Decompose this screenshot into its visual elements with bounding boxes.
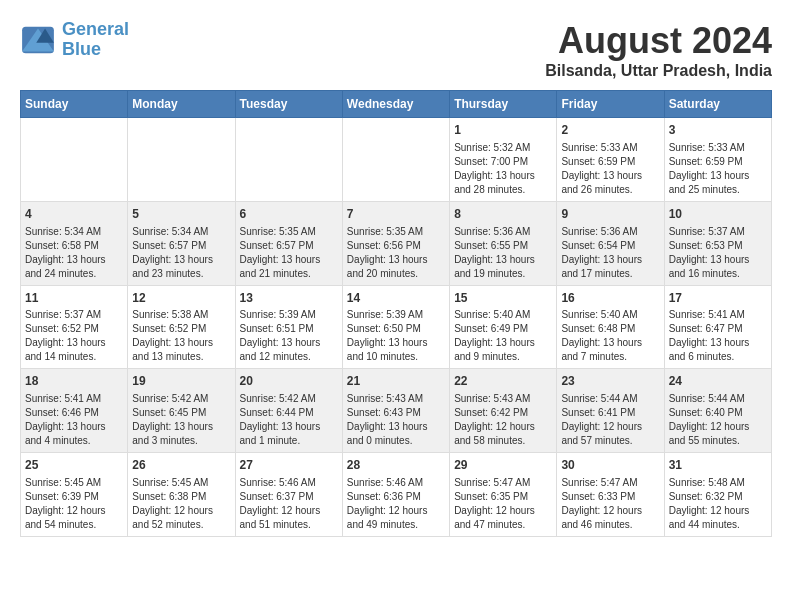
day-info: Sunrise: 5:46 AM Sunset: 6:36 PM Dayligh… bbox=[347, 476, 445, 532]
calendar-cell: 17Sunrise: 5:41 AM Sunset: 6:47 PM Dayli… bbox=[664, 285, 771, 369]
column-header-saturday: Saturday bbox=[664, 91, 771, 118]
day-number: 6 bbox=[240, 206, 338, 223]
day-number: 17 bbox=[669, 290, 767, 307]
day-number: 3 bbox=[669, 122, 767, 139]
column-header-friday: Friday bbox=[557, 91, 664, 118]
calendar-cell: 19Sunrise: 5:42 AM Sunset: 6:45 PM Dayli… bbox=[128, 369, 235, 453]
column-header-sunday: Sunday bbox=[21, 91, 128, 118]
day-info: Sunrise: 5:35 AM Sunset: 6:56 PM Dayligh… bbox=[347, 225, 445, 281]
logo-icon bbox=[20, 25, 56, 55]
calendar-table: SundayMondayTuesdayWednesdayThursdayFrid… bbox=[20, 90, 772, 537]
day-info: Sunrise: 5:42 AM Sunset: 6:45 PM Dayligh… bbox=[132, 392, 230, 448]
calendar-cell: 26Sunrise: 5:45 AM Sunset: 6:38 PM Dayli… bbox=[128, 453, 235, 537]
day-info: Sunrise: 5:46 AM Sunset: 6:37 PM Dayligh… bbox=[240, 476, 338, 532]
day-number: 27 bbox=[240, 457, 338, 474]
calendar-cell: 20Sunrise: 5:42 AM Sunset: 6:44 PM Dayli… bbox=[235, 369, 342, 453]
logo-text: General Blue bbox=[62, 20, 129, 60]
day-info: Sunrise: 5:37 AM Sunset: 6:52 PM Dayligh… bbox=[25, 308, 123, 364]
day-info: Sunrise: 5:35 AM Sunset: 6:57 PM Dayligh… bbox=[240, 225, 338, 281]
day-number: 31 bbox=[669, 457, 767, 474]
day-number: 15 bbox=[454, 290, 552, 307]
calendar-cell: 10Sunrise: 5:37 AM Sunset: 6:53 PM Dayli… bbox=[664, 201, 771, 285]
day-info: Sunrise: 5:47 AM Sunset: 6:33 PM Dayligh… bbox=[561, 476, 659, 532]
calendar-cell: 1Sunrise: 5:32 AM Sunset: 7:00 PM Daylig… bbox=[450, 118, 557, 202]
calendar-cell bbox=[235, 118, 342, 202]
calendar-cell: 28Sunrise: 5:46 AM Sunset: 6:36 PM Dayli… bbox=[342, 453, 449, 537]
calendar-cell bbox=[342, 118, 449, 202]
calendar-cell: 15Sunrise: 5:40 AM Sunset: 6:49 PM Dayli… bbox=[450, 285, 557, 369]
day-info: Sunrise: 5:34 AM Sunset: 6:58 PM Dayligh… bbox=[25, 225, 123, 281]
calendar-cell: 23Sunrise: 5:44 AM Sunset: 6:41 PM Dayli… bbox=[557, 369, 664, 453]
calendar-header-row: SundayMondayTuesdayWednesdayThursdayFrid… bbox=[21, 91, 772, 118]
calendar-cell bbox=[21, 118, 128, 202]
day-info: Sunrise: 5:40 AM Sunset: 6:48 PM Dayligh… bbox=[561, 308, 659, 364]
logo: General Blue bbox=[20, 20, 129, 60]
calendar-cell: 25Sunrise: 5:45 AM Sunset: 6:39 PM Dayli… bbox=[21, 453, 128, 537]
day-number: 10 bbox=[669, 206, 767, 223]
day-number: 16 bbox=[561, 290, 659, 307]
day-number: 11 bbox=[25, 290, 123, 307]
day-info: Sunrise: 5:43 AM Sunset: 6:42 PM Dayligh… bbox=[454, 392, 552, 448]
calendar-week-row: 11Sunrise: 5:37 AM Sunset: 6:52 PM Dayli… bbox=[21, 285, 772, 369]
calendar-week-row: 1Sunrise: 5:32 AM Sunset: 7:00 PM Daylig… bbox=[21, 118, 772, 202]
calendar-cell: 11Sunrise: 5:37 AM Sunset: 6:52 PM Dayli… bbox=[21, 285, 128, 369]
day-number: 28 bbox=[347, 457, 445, 474]
day-number: 20 bbox=[240, 373, 338, 390]
day-number: 21 bbox=[347, 373, 445, 390]
day-info: Sunrise: 5:42 AM Sunset: 6:44 PM Dayligh… bbox=[240, 392, 338, 448]
calendar-cell: 14Sunrise: 5:39 AM Sunset: 6:50 PM Dayli… bbox=[342, 285, 449, 369]
calendar-cell: 2Sunrise: 5:33 AM Sunset: 6:59 PM Daylig… bbox=[557, 118, 664, 202]
day-number: 4 bbox=[25, 206, 123, 223]
day-info: Sunrise: 5:39 AM Sunset: 6:50 PM Dayligh… bbox=[347, 308, 445, 364]
day-info: Sunrise: 5:48 AM Sunset: 6:32 PM Dayligh… bbox=[669, 476, 767, 532]
calendar-cell: 9Sunrise: 5:36 AM Sunset: 6:54 PM Daylig… bbox=[557, 201, 664, 285]
calendar-cell: 5Sunrise: 5:34 AM Sunset: 6:57 PM Daylig… bbox=[128, 201, 235, 285]
calendar-cell: 31Sunrise: 5:48 AM Sunset: 6:32 PM Dayli… bbox=[664, 453, 771, 537]
day-number: 12 bbox=[132, 290, 230, 307]
day-info: Sunrise: 5:32 AM Sunset: 7:00 PM Dayligh… bbox=[454, 141, 552, 197]
main-title: August 2024 bbox=[545, 20, 772, 62]
day-number: 9 bbox=[561, 206, 659, 223]
day-info: Sunrise: 5:36 AM Sunset: 6:55 PM Dayligh… bbox=[454, 225, 552, 281]
day-info: Sunrise: 5:41 AM Sunset: 6:47 PM Dayligh… bbox=[669, 308, 767, 364]
calendar-cell: 27Sunrise: 5:46 AM Sunset: 6:37 PM Dayli… bbox=[235, 453, 342, 537]
calendar-week-row: 4Sunrise: 5:34 AM Sunset: 6:58 PM Daylig… bbox=[21, 201, 772, 285]
day-number: 25 bbox=[25, 457, 123, 474]
day-info: Sunrise: 5:45 AM Sunset: 6:39 PM Dayligh… bbox=[25, 476, 123, 532]
calendar-cell bbox=[128, 118, 235, 202]
day-number: 30 bbox=[561, 457, 659, 474]
calendar-week-row: 25Sunrise: 5:45 AM Sunset: 6:39 PM Dayli… bbox=[21, 453, 772, 537]
column-header-tuesday: Tuesday bbox=[235, 91, 342, 118]
calendar-cell: 4Sunrise: 5:34 AM Sunset: 6:58 PM Daylig… bbox=[21, 201, 128, 285]
day-number: 7 bbox=[347, 206, 445, 223]
day-info: Sunrise: 5:34 AM Sunset: 6:57 PM Dayligh… bbox=[132, 225, 230, 281]
calendar-cell: 30Sunrise: 5:47 AM Sunset: 6:33 PM Dayli… bbox=[557, 453, 664, 537]
day-number: 24 bbox=[669, 373, 767, 390]
calendar-week-row: 18Sunrise: 5:41 AM Sunset: 6:46 PM Dayli… bbox=[21, 369, 772, 453]
day-info: Sunrise: 5:39 AM Sunset: 6:51 PM Dayligh… bbox=[240, 308, 338, 364]
day-number: 23 bbox=[561, 373, 659, 390]
calendar-cell: 8Sunrise: 5:36 AM Sunset: 6:55 PM Daylig… bbox=[450, 201, 557, 285]
column-header-wednesday: Wednesday bbox=[342, 91, 449, 118]
day-info: Sunrise: 5:38 AM Sunset: 6:52 PM Dayligh… bbox=[132, 308, 230, 364]
day-number: 2 bbox=[561, 122, 659, 139]
calendar-cell: 12Sunrise: 5:38 AM Sunset: 6:52 PM Dayli… bbox=[128, 285, 235, 369]
calendar-cell: 24Sunrise: 5:44 AM Sunset: 6:40 PM Dayli… bbox=[664, 369, 771, 453]
day-number: 8 bbox=[454, 206, 552, 223]
calendar-cell: 13Sunrise: 5:39 AM Sunset: 6:51 PM Dayli… bbox=[235, 285, 342, 369]
day-number: 22 bbox=[454, 373, 552, 390]
day-info: Sunrise: 5:44 AM Sunset: 6:41 PM Dayligh… bbox=[561, 392, 659, 448]
day-info: Sunrise: 5:33 AM Sunset: 6:59 PM Dayligh… bbox=[561, 141, 659, 197]
day-number: 26 bbox=[132, 457, 230, 474]
day-number: 19 bbox=[132, 373, 230, 390]
header: General Blue August 2024 Bilsanda, Uttar… bbox=[20, 20, 772, 80]
day-info: Sunrise: 5:37 AM Sunset: 6:53 PM Dayligh… bbox=[669, 225, 767, 281]
day-info: Sunrise: 5:33 AM Sunset: 6:59 PM Dayligh… bbox=[669, 141, 767, 197]
subtitle: Bilsanda, Uttar Pradesh, India bbox=[545, 62, 772, 80]
day-info: Sunrise: 5:43 AM Sunset: 6:43 PM Dayligh… bbox=[347, 392, 445, 448]
day-info: Sunrise: 5:41 AM Sunset: 6:46 PM Dayligh… bbox=[25, 392, 123, 448]
day-number: 5 bbox=[132, 206, 230, 223]
day-info: Sunrise: 5:47 AM Sunset: 6:35 PM Dayligh… bbox=[454, 476, 552, 532]
calendar-cell: 6Sunrise: 5:35 AM Sunset: 6:57 PM Daylig… bbox=[235, 201, 342, 285]
column-header-monday: Monday bbox=[128, 91, 235, 118]
